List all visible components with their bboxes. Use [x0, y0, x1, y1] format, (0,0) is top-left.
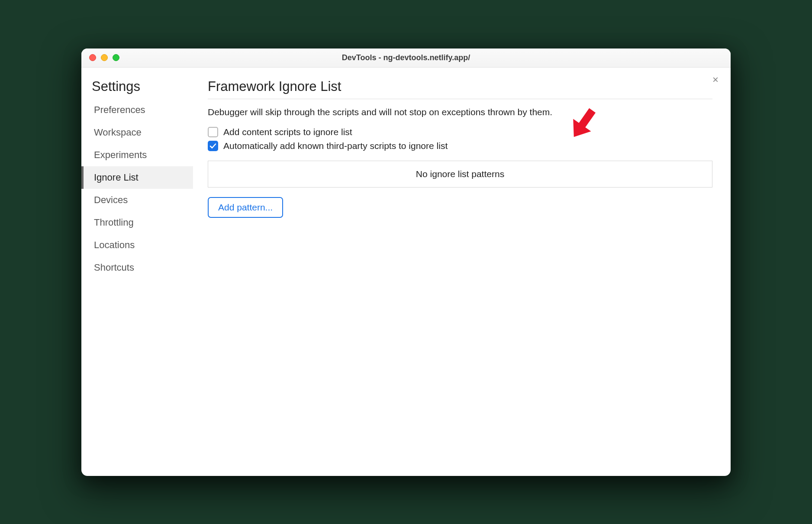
- settings-main: Framework Ignore List Debugger will skip…: [193, 68, 731, 476]
- sidebar-item-locations[interactable]: Locations: [81, 234, 193, 256]
- window-close-button[interactable]: [89, 54, 96, 61]
- traffic-lights: [81, 54, 119, 61]
- checkbox[interactable]: [208, 141, 218, 151]
- page-title: Framework Ignore List: [208, 79, 712, 99]
- checkbox-row: Automatically add known third-party scri…: [208, 141, 712, 151]
- sidebar-item-throttling[interactable]: Throttling: [81, 211, 193, 234]
- sidebar-item-shortcuts[interactable]: Shortcuts: [81, 256, 193, 279]
- sidebar-item-label: Workspace: [94, 127, 142, 138]
- checkbox-row: Add content scripts to ignore list: [208, 127, 712, 137]
- titlebar: DevTools - ng-devtools.netlify.app/: [81, 49, 731, 68]
- sidebar-item-label: Ignore List: [94, 172, 139, 183]
- sidebar-item-ignore-list[interactable]: Ignore List: [81, 166, 193, 189]
- sidebar-item-label: Devices: [94, 194, 128, 205]
- devtools-window: DevTools - ng-devtools.netlify.app/ × Se…: [81, 49, 731, 476]
- window-minimize-button[interactable]: [101, 54, 108, 61]
- sidebar-item-preferences[interactable]: Preferences: [81, 99, 193, 121]
- ignore-list-patterns-box: No ignore list patterns: [208, 161, 712, 188]
- sidebar-item-label: Experiments: [94, 149, 147, 160]
- checkbox[interactable]: [208, 127, 218, 137]
- add-pattern-button[interactable]: Add pattern...: [208, 197, 283, 218]
- settings-panel: × Settings PreferencesWorkspaceExperimen…: [81, 68, 731, 476]
- settings-heading: Settings: [81, 76, 193, 99]
- window-title: DevTools - ng-devtools.netlify.app/: [81, 53, 731, 62]
- sidebar-item-label: Preferences: [94, 104, 145, 115]
- settings-sidebar: Settings PreferencesWorkspaceExperiments…: [81, 68, 193, 476]
- page-description: Debugger will skip through the scripts a…: [208, 107, 712, 117]
- window-maximize-button[interactable]: [113, 54, 119, 61]
- sidebar-item-workspace[interactable]: Workspace: [81, 121, 193, 144]
- sidebar-item-label: Locations: [94, 239, 135, 250]
- checkbox-label: Add content scripts to ignore list: [223, 127, 352, 137]
- sidebar-item-experiments[interactable]: Experiments: [81, 144, 193, 166]
- sidebar-item-label: Throttling: [94, 217, 134, 228]
- checkbox-label: Automatically add known third-party scri…: [223, 141, 448, 151]
- sidebar-item-label: Shortcuts: [94, 262, 134, 273]
- sidebar-item-devices[interactable]: Devices: [81, 189, 193, 211]
- patterns-empty-label: No ignore list patterns: [416, 169, 504, 179]
